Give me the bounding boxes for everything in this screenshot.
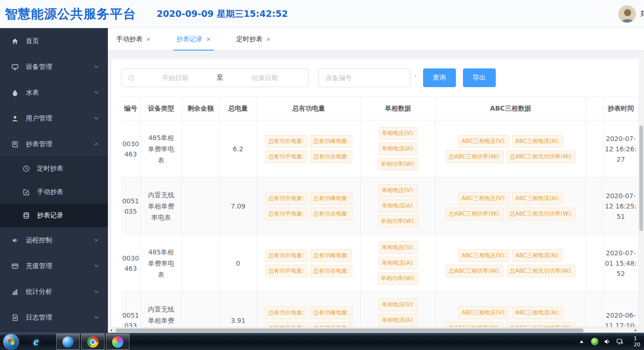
tag-abc-voltage: ABC三相电压(V): xyxy=(458,135,509,148)
show-hidden-icons-button[interactable] xyxy=(580,340,583,343)
tag-valley-energy: 总有功谷电量: xyxy=(310,150,352,163)
sidebar-item-label: 抄表管理 xyxy=(26,140,52,149)
tag-sharp-energy: 总有功尖电量: xyxy=(265,306,307,319)
export-button[interactable]: 导出 xyxy=(463,68,496,87)
chevron-down-icon xyxy=(93,289,99,295)
tag-single-power: 单相功率(W): xyxy=(378,215,418,228)
col-header-balance: 剩余金额 xyxy=(182,97,220,120)
sidebar-item-reading-records[interactable]: 抄表记录 xyxy=(0,204,108,227)
sidebar-item-devices[interactable]: 设备管理 xyxy=(0,54,108,80)
tag-single-voltage: 单相电压(V): xyxy=(379,298,418,311)
cell-reading-time: 2020-07-12 16:25:51 xyxy=(603,178,639,235)
tag-single-power: 单相功率(W): xyxy=(378,272,418,285)
tag-single-current: 单相电流(A): xyxy=(379,142,418,155)
network-icon[interactable] xyxy=(616,338,624,345)
tab-label: 抄表记录 xyxy=(176,35,203,44)
taskbar-clock[interactable]: 1 20 xyxy=(634,335,644,348)
internet-explorer-button[interactable]: e xyxy=(25,333,47,350)
sidebar-item-recharge[interactable]: 充值管理 xyxy=(0,253,108,279)
sidebar-item-manual-reading[interactable]: 手动抄表 xyxy=(0,180,108,204)
browser-app-button[interactable] xyxy=(56,334,80,350)
start-button[interactable] xyxy=(3,334,19,350)
sidebar-item-users[interactable]: 用户管理 xyxy=(0,105,108,131)
chevron-down-icon xyxy=(93,115,99,121)
sidebar-item-meter-reading[interactable]: 抄表管理 xyxy=(0,131,108,157)
tag-peak-energy: 总有功峰电量: xyxy=(310,249,352,262)
antivirus-shield-icon[interactable]: ✓ xyxy=(591,338,599,345)
col-header-total: 总电量 xyxy=(220,97,257,120)
tag-abc-power: 总ABC三相功率(W): xyxy=(446,265,504,277)
close-icon[interactable]: × xyxy=(266,36,271,43)
cell-device-type: 内置无线单相单费率电表 xyxy=(141,178,182,235)
cell-abc-phase-tags: ABC三相电压(V): ABC三相电流(A): 总ABC三相功率(W): 总AB… xyxy=(436,178,586,235)
tag-single-voltage: 单相电压(V): xyxy=(379,184,418,197)
tag-single-voltage: 单相电压(V): xyxy=(379,241,418,254)
clock-date: 20 xyxy=(634,342,644,348)
cell-abc-phase-tags: ABC三相电压(V): ABC三相电流(A): 总ABC三相功率(W): 总AB… xyxy=(436,235,586,292)
user-avatar[interactable] xyxy=(618,5,636,23)
end-date-input[interactable] xyxy=(226,74,303,82)
tag-abc-power: 总ABC三相功率(W): xyxy=(446,322,504,328)
cell-active-power-tags: 总有功尖电量: 总有功峰电量: 总有功平电量: 总有功谷电量: xyxy=(257,292,361,327)
cell-total-energy: 0 xyxy=(220,235,257,292)
tag-peak-energy: 总有功峰电量: xyxy=(310,306,352,319)
vertical-scroll-thumb[interactable] xyxy=(639,126,643,231)
close-icon[interactable]: × xyxy=(146,36,151,43)
tag-abc-current: ABC三相电流(A): xyxy=(512,306,563,319)
date-range-picker[interactable]: 至 xyxy=(121,68,309,87)
tag-abc-power: 总ABC三相功率(W): xyxy=(446,150,504,163)
sidebar-item-remote-control[interactable]: 远程控制 xyxy=(0,227,108,253)
close-icon[interactable]: × xyxy=(206,36,211,43)
tag-valley-energy: 总有功谷电量: xyxy=(310,322,352,328)
table-body: 0030463 485单相单费率电表 6.2 总有功尖电量: 总有功峰电量: 总… xyxy=(121,120,639,327)
clock-time: 1 xyxy=(634,335,644,342)
table-row: 0030463 485单相单费率电表 6.2 总有功尖电量: 总有功峰电量: 总… xyxy=(121,120,639,178)
sidebar-item-statistics[interactable]: 统计分析 xyxy=(0,279,108,305)
scroll-left-arrow-icon[interactable] xyxy=(110,329,112,332)
cell-single-phase-tags: 单相电压(V): 单相电流(A): 单相功率(W): xyxy=(361,235,436,292)
cell-extra xyxy=(586,292,603,327)
edit-icon xyxy=(23,188,31,196)
tab-scheduled-reading[interactable]: 定时抄表 × xyxy=(234,28,274,50)
tab-manual-reading[interactable]: 手动抄表 × xyxy=(114,28,154,50)
tag-single-current: 单相电流(A): xyxy=(379,257,418,269)
sidebar-item-water-meter[interactable]: 水表 xyxy=(0,80,108,105)
media-app-button[interactable] xyxy=(106,334,129,350)
chrome-app-button[interactable] xyxy=(81,334,105,350)
sidebar-item-scheduled-reading[interactable]: 定时抄表 xyxy=(0,157,108,180)
horizontal-scroll-thumb[interactable] xyxy=(115,328,583,332)
top-header: 智慧能源公共服务平台 2020-09-09 星期三15:42:52 郑 xyxy=(0,0,644,28)
volume-icon[interactable] xyxy=(604,338,611,345)
tab-reading-records[interactable]: 抄表记录 × xyxy=(174,28,214,50)
cell-active-power-tags: 总有功尖电量: 总有功峰电量: 总有功平电量: 总有功谷电量: xyxy=(257,120,361,178)
tag-abc-reactive-power: 总ABC三相无功功率(W): xyxy=(507,208,576,220)
user-box[interactable]: 郑 xyxy=(618,5,644,23)
query-button[interactable]: 查询 xyxy=(423,68,456,87)
vertical-scrollbar[interactable] xyxy=(639,51,644,327)
bar-chart-icon xyxy=(11,288,20,296)
cell-single-phase-tags: 单相电压(V): 单相电流(A): 单相功率(W): xyxy=(361,120,436,178)
col-header-type: 设备类型 xyxy=(141,97,182,120)
water-drop-icon xyxy=(11,89,20,97)
horizontal-scrollbar[interactable] xyxy=(108,327,639,333)
table-row: 0030463 485单相单费率电表 0 总有功尖电量: 总有功峰电量: 总有功… xyxy=(121,235,639,292)
blue-sphere-browser-icon xyxy=(62,336,74,348)
tag-flat-energy: 总有功平电量: xyxy=(265,322,307,328)
cell-device-id: 0051035 xyxy=(121,178,141,235)
device-id-input[interactable] xyxy=(318,68,410,87)
sidebar-item-home[interactable]: 首页 xyxy=(0,28,108,54)
start-date-input[interactable] xyxy=(136,74,214,82)
sidebar-item-logs[interactable]: 日志管理 xyxy=(0,305,108,330)
col-header-abc-phase: ABC三相数据 xyxy=(436,97,586,120)
chevron-down-icon xyxy=(93,89,99,96)
monitor-icon xyxy=(11,63,20,71)
sidebar-item-label: 远程控制 xyxy=(26,236,52,245)
cell-total-energy: 6.2 xyxy=(220,120,257,178)
app-title: 智慧能源公共服务平台 xyxy=(5,6,136,22)
stray-character: ` xyxy=(414,74,417,82)
chevron-down-icon xyxy=(93,263,99,269)
cell-device-type: 485单相单费率电表 xyxy=(141,235,182,292)
sidebar-item-label: 水表 xyxy=(26,89,39,97)
tag-abc-voltage: ABC三相电压(V): xyxy=(458,192,509,205)
scroll-right-arrow-icon[interactable] xyxy=(635,329,637,332)
